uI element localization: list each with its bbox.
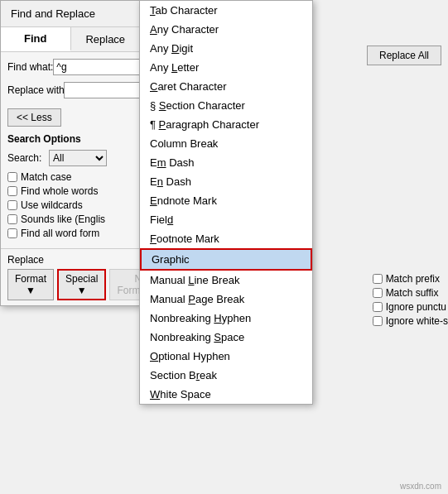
match-prefix-checkbox[interactable] xyxy=(373,274,383,284)
find-whole-words-label: Find whole words xyxy=(21,185,98,197)
dropdown-item-optional-hyphen[interactable]: Optional Hyphen xyxy=(140,347,312,366)
dropdown-item-field[interactable]: Field xyxy=(140,210,312,229)
dropdown-item-nonbreaking-hyphen[interactable]: Nonbreaking Hyphen xyxy=(140,309,312,328)
dropdown-item-graphic[interactable]: Graphic xyxy=(140,248,312,271)
find-replace-dialog: Find and Replace Find Replace Find what:… xyxy=(0,0,141,306)
find-whole-words-checkbox[interactable] xyxy=(7,186,17,196)
dropdown-item-any-letter[interactable]: Any Letter xyxy=(140,58,312,77)
match-suffix-checkbox[interactable] xyxy=(373,288,383,298)
search-label: Search: xyxy=(7,152,49,164)
less-button[interactable]: << Less xyxy=(7,108,61,127)
special-arrow: ▼ xyxy=(77,285,87,296)
ignore-whitespace-checkbox[interactable] xyxy=(373,316,383,326)
dropdown-item-white-space[interactable]: White Space xyxy=(140,385,312,404)
dropdown-item-nonbreaking-space[interactable]: Nonbreaking Space xyxy=(140,328,312,347)
dropdown-item-en-dash[interactable]: En Dash xyxy=(140,172,312,191)
footer-buttons: Format ▼ Special ▼ No Formatting xyxy=(7,269,133,300)
ignore-punctuation-row: Ignore punctu xyxy=(373,301,448,313)
ignore-whitespace-label: Ignore white-s xyxy=(386,315,448,327)
dialog-body: Find what: Replace with: << Less Search … xyxy=(1,52,140,248)
find-all-word-label: Find all word form xyxy=(21,228,99,239)
ignore-punctuation-label: Ignore punctu xyxy=(386,301,446,313)
replace-footer-label: Replace xyxy=(7,254,133,266)
special-label: Special xyxy=(65,273,98,285)
sounds-like-row: Sounds like (Englis xyxy=(7,213,133,225)
use-wildcards-label: Use wildcards xyxy=(21,199,83,211)
dropdown-item-footnote[interactable]: Footnote Mark xyxy=(140,229,312,248)
dropdown-item-section-break[interactable]: Section Break xyxy=(140,366,312,385)
match-prefix-row: Match prefix xyxy=(373,273,448,285)
match-case-row: Match case xyxy=(7,171,133,183)
search-select[interactable]: All Down Up xyxy=(49,150,107,166)
replace-all-button[interactable]: Replace All xyxy=(367,46,441,65)
watermark: wsxdn.com xyxy=(400,482,441,491)
find-all-word-row: Find all word form xyxy=(7,228,133,239)
dropdown-item-endnote[interactable]: Endnote Mark xyxy=(140,191,312,210)
special-button[interactable]: Special ▼ xyxy=(57,269,106,300)
find-whole-words-row: Find whole words xyxy=(7,185,133,197)
match-case-label: Match case xyxy=(21,171,71,183)
format-button[interactable]: Format ▼ xyxy=(7,269,54,300)
right-action-buttons: Replace All xyxy=(367,46,441,65)
dropdown-item-caret[interactable]: Caret Character xyxy=(140,77,312,96)
ignore-punctuation-checkbox[interactable] xyxy=(373,302,383,312)
dropdown-item-column-break[interactable]: Column Break xyxy=(140,134,312,153)
sounds-like-checkbox[interactable] xyxy=(7,214,17,224)
dropdown-item-any-digit[interactable]: Any Digit xyxy=(140,39,312,58)
dialog-footer: Replace Format ▼ Special ▼ No Formatting xyxy=(1,248,140,305)
format-arrow: ▼ xyxy=(26,285,36,296)
match-case-checkbox[interactable] xyxy=(7,172,17,182)
find-all-word-checkbox[interactable] xyxy=(7,228,17,238)
find-what-row: Find what: xyxy=(7,59,133,75)
tab-find[interactable]: Find xyxy=(1,27,71,51)
dropdown-item-manual-line[interactable]: Manual Line Break xyxy=(140,271,312,290)
find-what-label: Find what: xyxy=(7,61,53,73)
replace-with-row: Replace with: xyxy=(7,82,133,98)
dialog-title: Find and Replace xyxy=(1,1,140,27)
dropdown-item-manual-page[interactable]: Manual Page Break xyxy=(140,290,312,309)
dialog-tabs: Find Replace xyxy=(1,27,140,52)
sounds-like-label: Sounds like (Englis xyxy=(21,213,105,225)
special-dropdown: Tab Character Any Character Any Digit An… xyxy=(139,0,313,405)
search-options-heading: Search Options xyxy=(7,133,133,145)
match-prefix-label: Match prefix xyxy=(386,273,440,285)
dropdown-item-paragraph[interactable]: ¶ Paragraph Character xyxy=(140,115,312,134)
use-wildcards-row: Use wildcards xyxy=(7,199,133,211)
dropdown-item-any-char[interactable]: Any Character xyxy=(140,20,312,39)
use-wildcards-checkbox[interactable] xyxy=(7,200,17,210)
match-suffix-label: Match suffix xyxy=(386,287,439,299)
format-label: Format xyxy=(15,273,46,285)
ignore-whitespace-row: Ignore white-s xyxy=(373,315,448,327)
dropdown-item-tab[interactable]: Tab Character xyxy=(140,1,312,20)
dropdown-item-section[interactable]: § Section Character xyxy=(140,96,312,115)
tab-replace[interactable]: Replace xyxy=(71,27,141,51)
match-suffix-row: Match suffix xyxy=(373,287,448,299)
dropdown-item-em-dash[interactable]: Em Dash xyxy=(140,153,312,172)
right-checkboxes-panel: Match prefix Match suffix Ignore punctu … xyxy=(373,273,448,327)
search-all-row: Search: All Down Up xyxy=(7,150,133,166)
replace-with-label: Replace with: xyxy=(7,84,64,96)
